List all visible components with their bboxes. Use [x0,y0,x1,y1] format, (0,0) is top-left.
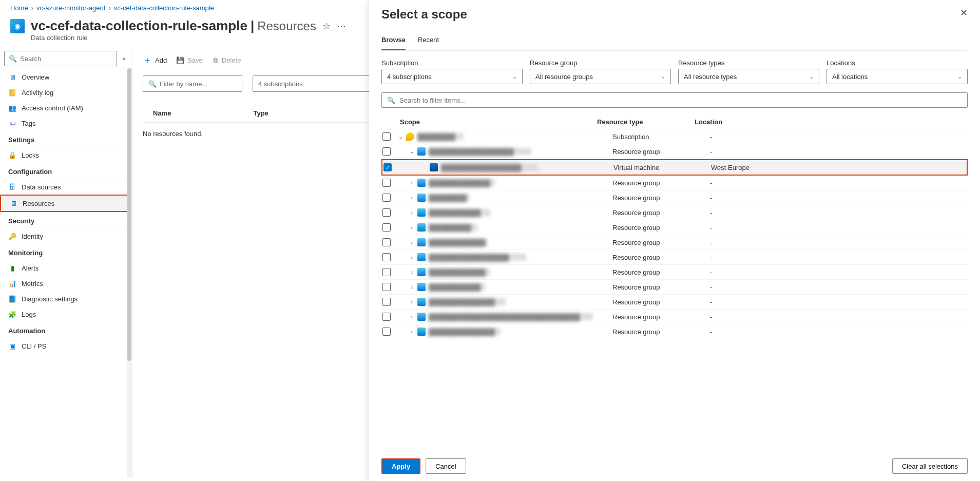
loc-cell: - [710,194,968,202]
favorite-icon[interactable]: ☆ [322,21,331,32]
filter-value: All locations [832,73,868,81]
filter-dropdown[interactable]: 4 subscriptions⌄ [381,69,523,84]
expander-icon[interactable]: › [408,314,415,320]
name-filter[interactable]: 🔍 [143,75,242,92]
row-checkbox[interactable]: ✓ [383,163,392,171]
row-checkbox[interactable] [382,132,391,141]
scope-row[interactable]: ›█████████████████Resource group- [381,250,968,265]
search-icon: 🔍 [148,80,157,88]
more-icon[interactable]: ⋯ [337,21,346,32]
apply-button[interactable]: Apply [381,458,420,474]
scope-name: ██████████████ [429,328,501,335]
loc-cell: - [710,239,968,246]
tab-recent[interactable]: Recent [418,36,439,50]
filter-dropdown[interactable]: All resource groups⌄ [530,69,671,84]
sidebar-item-metrics[interactable]: 📊Metrics [0,276,132,291]
expander-icon[interactable]: › [408,299,415,305]
sidebar-search-input[interactable] [20,55,112,63]
sidebar-item-data-sources[interactable]: 🗄Data sources [0,179,132,195]
sidebar-search[interactable]: 🔍 [4,51,117,66]
expander-icon[interactable]: ⌄ [397,133,404,140]
expander-icon[interactable]: › [408,269,415,275]
scope-row[interactable]: ›███████████Resource group- [381,205,968,220]
close-panel-icon[interactable]: ✕ [960,7,968,18]
row-checkbox[interactable] [382,253,391,261]
breadcrumb-item[interactable]: Home [10,4,28,12]
expander-icon[interactable]: ⌄ [408,148,415,155]
row-checkbox[interactable] [382,179,391,187]
scope-row[interactable]: ✓█████████████████Virtual machineWest Eu… [381,159,968,176]
sidebar-item-alerts[interactable]: ▮Alerts [0,260,132,276]
sidebar-item-identity[interactable]: 🔑Identity [0,228,132,244]
row-checkbox[interactable] [382,223,391,232]
expander-icon[interactable]: › [408,180,415,186]
scope-search[interactable]: 🔍 [381,92,968,108]
trash-icon: 🗑 [212,56,219,64]
scope-row[interactable]: ›████████████Resource group- [381,265,968,280]
add-button[interactable]: ＋Add [143,54,167,66]
scope-row[interactable]: ›████████████Resource group- [381,235,968,250]
scope-row[interactable]: ›████████Resource group- [381,190,968,205]
scope-row[interactable]: ›███████████Resource group- [381,280,968,295]
sidebar-item-logs[interactable]: 🧩Logs [0,306,132,322]
name-filter-input[interactable] [160,80,237,88]
sidebar-section: Security [0,212,132,227]
rule-icon: ◉ [10,19,25,33]
tab-browse[interactable]: Browse [381,36,406,50]
breadcrumb-item[interactable]: vc-cef-data-collection-rule-sample [114,4,214,12]
row-checkbox[interactable] [382,313,391,321]
delete-button: 🗑Delete [212,56,241,64]
loc-cell: - [710,179,968,187]
sidebar-item-tags[interactable]: 🏷Tags [0,116,132,131]
filter-group: Subscription4 subscriptions⌄ [381,59,523,84]
expander-icon[interactable]: › [408,254,415,260]
breadcrumb-item[interactable]: vc-azure-monitor-agent [36,4,105,12]
expander-icon[interactable]: › [408,209,415,216]
sidebar-item-locks[interactable]: 🔒Locks [0,147,132,163]
row-checkbox[interactable] [382,147,391,156]
sidebar-scrollbar[interactable] [127,68,132,477]
filter-dropdown[interactable]: All resource types⌄ [678,69,819,84]
scope-row[interactable]: ⌄████████Subscription- [381,129,968,144]
filter-label: Subscription [381,59,523,67]
row-checkbox[interactable] [382,298,391,306]
tree-body: ⌄████████Subscription-⌄█████████████████… [381,129,968,453]
scope-name: ████████████████████████████████ [429,313,593,320]
type-cell: Resource group [612,328,710,336]
collapse-sidebar-icon[interactable]: « [120,53,128,64]
row-checkbox[interactable] [382,194,391,202]
row-checkbox[interactable] [382,328,391,336]
row-checkbox[interactable] [382,238,391,246]
scope-row[interactable]: ›█████████████Resource group- [381,176,968,190]
row-checkbox[interactable] [382,283,391,291]
scope-row[interactable]: ⌄██████████████████Resource group- [381,144,968,159]
cancel-button[interactable]: Cancel [426,458,466,474]
scope-row[interactable]: ›████████████████████████████████Resourc… [381,310,968,324]
scope-search-input[interactable] [399,97,962,104]
expander-icon[interactable]: › [408,195,415,201]
row-checkbox[interactable] [382,268,391,276]
sidebar-item-label: Metrics [22,280,43,287]
rg-icon [417,253,426,261]
col-scope: Scope [381,118,597,126]
expander-icon[interactable]: › [408,329,415,335]
scope-row[interactable]: ›██████████████Resource group- [381,324,968,339]
sidebar-item-label: Data sources [22,183,61,191]
scope-row[interactable]: ›█████████Resource group- [381,220,968,235]
filter-dropdown[interactable]: All locations⌄ [827,69,968,84]
sidebar-item-resources[interactable]: 🖥Resources [0,195,132,212]
scope-row[interactable]: ›██████████████Resource group- [381,295,968,310]
access-control-icon: 👥 [8,104,16,112]
type-cell: Resource group [612,298,710,306]
expander-icon[interactable]: › [408,239,415,245]
sidebar-item-access-control[interactable]: 👥Access control (IAM) [0,100,132,116]
clear-selections-button[interactable]: Clear all selections [892,458,968,474]
sidebar-item-diagnostic[interactable]: 📘Diagnostic settings [0,291,132,306]
sidebar-item-activity-log[interactable]: 📒Activity log [0,85,132,100]
sidebar-item-overview[interactable]: 🖥Overview [0,69,132,85]
row-checkbox[interactable] [382,208,391,217]
expander-icon[interactable]: › [408,224,415,230]
expander-icon[interactable]: › [408,284,415,290]
sidebar-item-cli-ps[interactable]: ▣CLI / PS [0,338,132,354]
scope-name: █████████████████ [429,254,526,261]
